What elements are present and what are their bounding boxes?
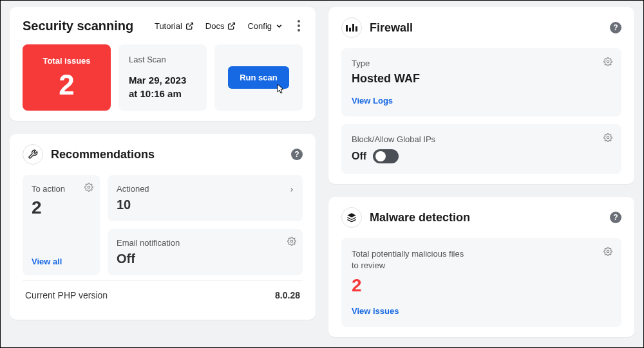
email-notification-label: Email notification: [117, 238, 294, 248]
email-notification-box[interactable]: Email notification Off: [108, 229, 303, 275]
view-issues-link[interactable]: View issues: [352, 306, 399, 316]
to-action-box[interactable]: To action 2 View all: [23, 175, 100, 275]
view-all-link[interactable]: View all: [32, 221, 91, 266]
help-icon[interactable]: ?: [610, 22, 621, 33]
run-scan-box: Run scan: [214, 44, 303, 111]
svg-line-0: [189, 23, 193, 26]
chevron-right-icon: [289, 184, 295, 196]
last-scan-value: Mar 29, 2023 at 10:16 am: [129, 73, 196, 100]
more-menu-button[interactable]: [295, 17, 303, 34]
security-scanning-title: Security scanning: [23, 19, 133, 33]
layers-icon: [341, 207, 362, 228]
malware-title: Malware detection: [341, 207, 470, 228]
tutorial-link[interactable]: Tutorial: [155, 21, 194, 31]
docs-link[interactable]: Docs: [205, 21, 236, 31]
total-issues-label: Total issues: [43, 56, 90, 66]
firewall-type-label: Type: [352, 59, 611, 68]
firewall-type-panel: Type Hosted WAF View Logs: [341, 48, 621, 116]
external-link-icon: [227, 22, 236, 30]
firewall-icon: [341, 17, 362, 38]
block-allow-panel: Block/Allow Global IPs Off: [341, 124, 621, 174]
firewall-type-value: Hosted WAF: [352, 72, 611, 86]
recommendations-card: Recommendations ? To action 2 View all: [10, 134, 316, 320]
malware-card: Malware detection ? Total potentially ma…: [328, 197, 634, 337]
gear-icon[interactable]: [603, 247, 612, 259]
total-issues-value: 2: [59, 71, 74, 99]
chevron-down-icon: [275, 22, 283, 30]
php-version-value: 8.0.28: [275, 290, 300, 300]
config-dropdown[interactable]: Config: [247, 21, 283, 31]
svg-point-4: [607, 60, 609, 63]
gear-icon[interactable]: [603, 133, 612, 145]
help-icon[interactable]: ?: [610, 212, 621, 223]
svg-line-1: [231, 23, 235, 26]
email-notification-value: Off: [117, 252, 294, 266]
malware-title-text: Malware detection: [370, 211, 470, 224]
firewall-title-text: Firewall: [370, 21, 413, 35]
svg-point-2: [88, 186, 90, 188]
svg-point-7: [607, 250, 609, 253]
cursor-icon: [274, 83, 285, 99]
to-action-label: To action: [32, 184, 91, 194]
tutorial-label: Tutorial: [155, 21, 182, 31]
malware-files-label: Total potentially malicious files to rev…: [352, 248, 468, 271]
gear-icon[interactable]: [287, 237, 296, 248]
to-action-value: 2: [32, 197, 91, 218]
gear-icon[interactable]: [603, 57, 612, 69]
actioned-box[interactable]: Actioned 10: [108, 175, 303, 221]
gear-icon[interactable]: [84, 183, 93, 194]
malware-files-panel: Total potentially malicious files to rev…: [341, 238, 621, 327]
last-scan-box: Last Scan Mar 29, 2023 at 10:16 am: [118, 44, 207, 111]
help-icon[interactable]: ?: [291, 149, 303, 160]
docs-label: Docs: [205, 21, 225, 31]
wrench-icon: [23, 144, 43, 165]
block-allow-toggle[interactable]: [373, 149, 399, 163]
php-version-row: Current PHP version 8.0.28: [23, 280, 303, 309]
malware-files-count: 2: [352, 275, 611, 296]
svg-point-3: [290, 240, 293, 243]
firewall-card: Firewall ? Type Hosted WAF View Logs Blo…: [328, 7, 634, 184]
block-allow-label: Block/Allow Global IPs: [352, 134, 611, 144]
recommendations-title: Recommendations: [23, 144, 155, 165]
view-logs-link[interactable]: View Logs: [352, 96, 393, 105]
actioned-label: Actioned: [117, 184, 294, 194]
svg-marker-6: [347, 213, 355, 217]
security-header-links: Tutorial Docs Config: [155, 17, 303, 34]
security-scanning-card: Security scanning Tutorial Docs Config: [10, 7, 316, 121]
recommendations-title-text: Recommendations: [51, 148, 155, 161]
config-label: Config: [247, 21, 272, 31]
external-link-icon: [185, 22, 194, 30]
total-issues-box[interactable]: Total issues 2: [23, 44, 111, 111]
php-version-label: Current PHP version: [25, 290, 108, 300]
block-allow-value: Off: [352, 151, 366, 162]
actioned-value: 10: [117, 197, 294, 212]
svg-point-5: [607, 136, 609, 139]
firewall-title: Firewall: [341, 17, 413, 38]
last-scan-label: Last Scan: [129, 55, 196, 64]
